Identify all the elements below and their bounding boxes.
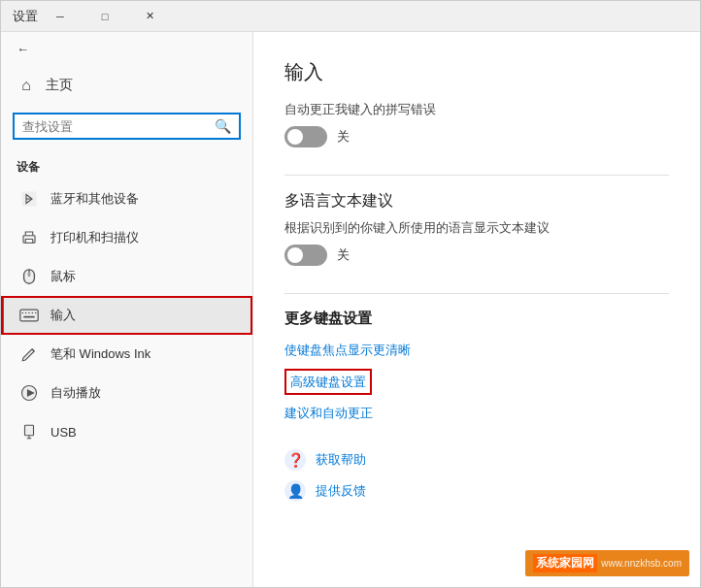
more-settings-title: 更多键盘设置	[284, 310, 669, 328]
advanced-keyboard-link[interactable]: 高级键盘设置	[290, 375, 366, 389]
feedback-item[interactable]: 👤 提供反馈	[284, 480, 669, 502]
home-icon: ⌂	[17, 76, 36, 95]
spell-correction-desc: 自动更正我键入的拼写错误	[284, 101, 669, 118]
divider-1	[284, 175, 669, 176]
devices-section-label: 设备	[1, 147, 252, 180]
printer-label: 打印机和扫描仪	[50, 229, 139, 246]
usb-label: USB	[50, 425, 77, 440]
watermark-logo: 系统家园网 www.nnzkhsb.com	[533, 554, 682, 572]
keyboard-focus-link[interactable]: 使键盘焦点显示更清晰	[284, 342, 669, 359]
titlebar-title: 设置	[9, 8, 38, 25]
back-icon: ←	[17, 42, 29, 56]
spell-correction-toggle-row: 关	[284, 126, 669, 147]
home-nav-item[interactable]: ⌂ 主页	[1, 66, 252, 105]
more-keyboard-settings: 更多键盘设置 使键盘焦点显示更清晰 高级键盘设置 建议和自动更正	[284, 310, 669, 422]
suggestions-autocorrect-link[interactable]: 建议和自动更正	[284, 405, 669, 422]
back-button[interactable]: ←	[1, 32, 252, 66]
help-section: ❓ 获取帮助 👤 提供反馈	[284, 449, 669, 502]
multilang-suggestions-group: 多语言文本建议 根据识别到的你键入所使用的语言显示文本建议 关	[284, 191, 669, 266]
printer-icon	[19, 228, 39, 247]
titlebar: 设置 ─ □ ✕	[1, 1, 700, 32]
pen-label: 笔和 Windows Ink	[50, 345, 150, 363]
minimize-button[interactable]: ─	[38, 1, 83, 32]
keyboard-icon	[19, 306, 39, 325]
settings-main: 输入 自动更正我键入的拼写错误 关 多语言文本建议 根据识别到的你键入所使用的语…	[253, 32, 700, 587]
settings-window: 设置 ─ □ ✕ ← ⌂ 主页 🔍 设备	[0, 0, 701, 588]
svg-rect-6	[20, 310, 38, 321]
multilang-title: 多语言文本建议	[284, 191, 669, 212]
divider-2	[284, 293, 669, 294]
get-help-item[interactable]: ❓ 获取帮助	[284, 449, 669, 471]
usb-icon	[19, 422, 39, 441]
sidebar: ← ⌂ 主页 🔍 设备 蓝牙和其他设备 打印机和扫描仪	[1, 32, 253, 587]
pen-icon	[19, 344, 39, 364]
main-content: ← ⌂ 主页 🔍 设备 蓝牙和其他设备 打印机和扫描仪	[1, 32, 700, 587]
search-box[interactable]: 🔍	[13, 113, 241, 140]
mouse-icon	[19, 267, 39, 286]
get-help-text: 获取帮助	[316, 451, 366, 469]
get-help-icon: ❓	[284, 449, 306, 471]
input-label: 输入	[50, 307, 76, 324]
sidebar-item-usb[interactable]: USB	[1, 412, 252, 451]
titlebar-controls: ─ □ ✕	[38, 1, 172, 32]
multilang-toggle-row: 关	[284, 245, 669, 266]
multilang-toggle-label: 关	[337, 246, 350, 264]
spell-correction-group: 自动更正我键入的拼写错误 关	[284, 101, 669, 147]
bluetooth-label: 蓝牙和其他设备	[50, 190, 139, 208]
multilang-desc: 根据识别到的你键入所使用的语言显示文本建议	[284, 219, 669, 237]
autoplay-label: 自动播放	[50, 384, 101, 402]
watermark: 系统家园网 www.nnzkhsb.com	[525, 550, 689, 576]
sidebar-item-autoplay[interactable]: 自动播放	[1, 374, 252, 412]
autoplay-icon	[19, 383, 39, 403]
maximize-button[interactable]: □	[83, 1, 127, 32]
search-input[interactable]	[22, 119, 215, 134]
home-label: 主页	[46, 77, 73, 94]
feedback-icon: 👤	[284, 480, 306, 502]
search-icon: 🔍	[215, 118, 231, 134]
sidebar-item-bluetooth[interactable]: 蓝牙和其他设备	[1, 180, 252, 218]
sidebar-item-input[interactable]: 输入	[1, 296, 252, 335]
svg-point-5	[27, 273, 31, 277]
bluetooth-icon	[19, 189, 39, 209]
sidebar-item-mouse[interactable]: 鼠标	[1, 257, 252, 296]
sidebar-item-pen[interactable]: 笔和 Windows Ink	[1, 335, 252, 374]
spell-correction-toggle[interactable]	[284, 126, 327, 147]
spell-correction-toggle-label: 关	[337, 128, 350, 146]
close-button[interactable]: ✕	[127, 1, 172, 32]
page-title: 输入	[284, 59, 669, 85]
feedback-text: 提供反馈	[316, 482, 366, 500]
svg-rect-2	[25, 240, 33, 244]
multilang-toggle[interactable]	[284, 245, 327, 266]
sidebar-item-printer[interactable]: 打印机和扫描仪	[1, 218, 252, 257]
svg-rect-15	[25, 425, 34, 436]
mouse-label: 鼠标	[50, 268, 76, 285]
